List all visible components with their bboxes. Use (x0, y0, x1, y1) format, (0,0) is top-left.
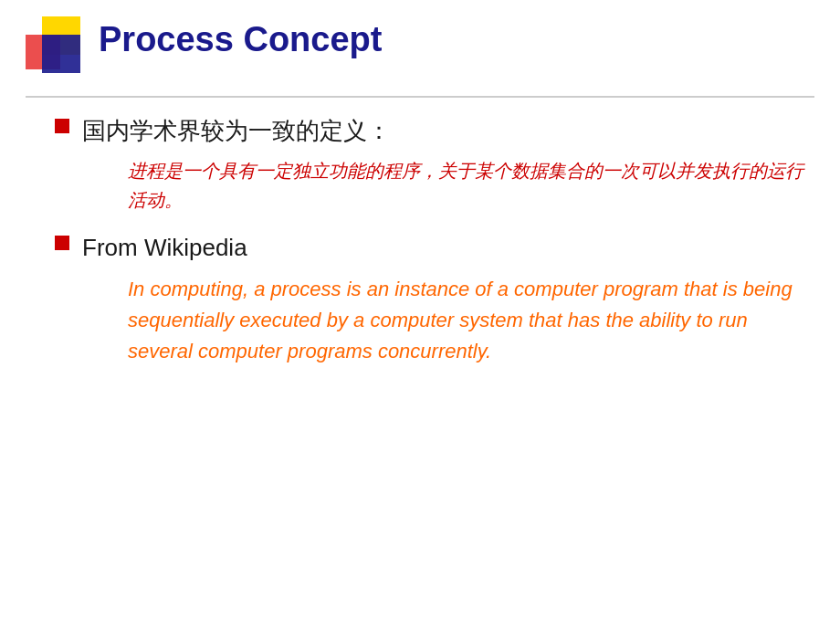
blue-square (42, 35, 80, 73)
slide-content: 国内学术界较为一致的定义： 进程是一个具有一定独立功能的程序，关于某个数据集合的… (55, 114, 803, 367)
wikipedia-definition-text: In computing, a process is an instance o… (128, 274, 803, 367)
bullet-square-wikipedia (55, 236, 69, 250)
bullet-item-wikipedia: From Wikipedia (55, 231, 803, 264)
slide-title: Process Concept (99, 20, 382, 59)
bullet-label-wikipedia: From Wikipedia (82, 231, 247, 264)
bullet-label-chinese: 国内学术界较为一致的定义： (82, 114, 391, 147)
bullet-square-chinese (55, 119, 69, 133)
header-decoration (26, 16, 91, 82)
bullet-item-chinese: 国内学术界较为一致的定义： (55, 114, 803, 147)
chinese-definition-text: 进程是一个具有一定独立功能的程序，关于某个数据集合的一次可以并发执行的运行活动。 (128, 156, 803, 215)
divider-line (26, 96, 814, 98)
